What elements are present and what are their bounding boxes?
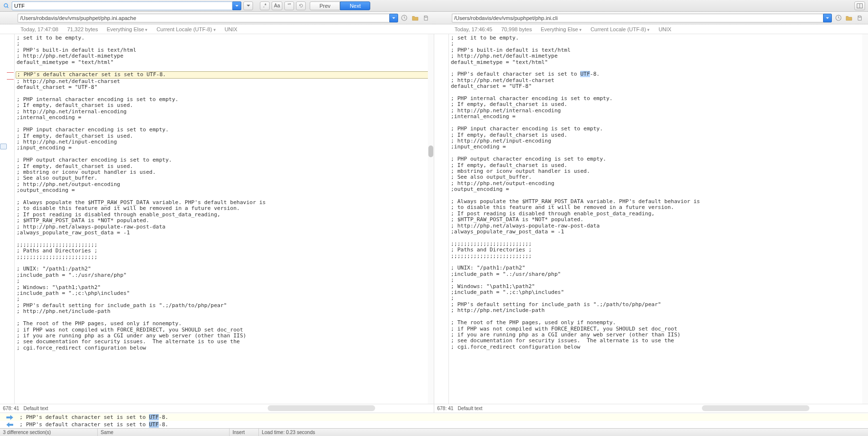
- refresh-button[interactable]: [296, 1, 306, 10]
- right-filter-dropdown[interactable]: Everything Else: [541, 26, 582, 32]
- left-recent-icon[interactable]: [400, 14, 409, 22]
- diff-results-panel: ; PHP's default character set is set to …: [0, 413, 868, 428]
- prev-next-group: Prev Next: [310, 1, 370, 10]
- next-button[interactable]: Next: [340, 1, 370, 10]
- scrollbar-thumb[interactable]: [268, 405, 375, 411]
- right-horizontal-scrollbar[interactable]: [565, 404, 868, 413]
- right-recent-icon[interactable]: [834, 14, 843, 22]
- diff-marker: [7, 79, 14, 80]
- right-code-editor[interactable]: ; set it to be empty. ; ; PHP's built-in…: [449, 34, 868, 404]
- search-input[interactable]: [12, 1, 233, 10]
- diff-marker: [7, 72, 14, 73]
- svg-line-1: [7, 6, 9, 8]
- status-same: Same: [98, 429, 230, 436]
- right-vertical-scrollbar[interactable]: [862, 34, 868, 404]
- left-info: Today, 17:47:08 71,322 bytes Everything …: [0, 24, 434, 34]
- left-horizontal-scrollbar[interactable]: [131, 404, 434, 413]
- diff-right-arrow-icon: [0, 415, 20, 420]
- paths-row: [0, 12, 868, 24]
- prev-button[interactable]: Prev: [310, 1, 340, 10]
- hscroll-row: 678: 41 Default text 678: 41 Default tex…: [0, 404, 868, 413]
- svg-point-0: [4, 3, 8, 7]
- status-load-time: Load time: 0.23 seconds: [259, 429, 868, 436]
- right-grammar-label[interactable]: Default text: [458, 404, 565, 413]
- right-browse-icon[interactable]: [845, 14, 853, 22]
- diff-line-text: ; PHP's default character set is set to …: [20, 414, 169, 421]
- diff-result-row[interactable]: ; PHP's default character set is set to …: [0, 421, 868, 428]
- right-encoding-dropdown[interactable]: Current Locale (UTF-8): [591, 26, 650, 32]
- left-path-dropdown[interactable]: [389, 14, 398, 22]
- left-code-editor[interactable]: ; set it to be empty. ; ; PHP's built-in…: [15, 34, 434, 404]
- left-path-input[interactable]: [18, 14, 389, 22]
- info-row: Today, 17:47:08 71,322 bytes Everything …: [0, 24, 868, 34]
- editor-region: ; set it to be empty. ; ; PHP's built-in…: [0, 34, 868, 404]
- right-save-icon[interactable]: [855, 14, 864, 22]
- status-insert: Insert: [230, 429, 259, 436]
- svg-rect-5: [425, 16, 427, 17]
- right-gutter[interactable]: [434, 34, 449, 404]
- split-toggle-button[interactable]: [854, 1, 865, 10]
- left-address-bar: [0, 14, 434, 22]
- search-field-wrap: [12, 1, 241, 10]
- left-save-icon[interactable]: [422, 14, 430, 22]
- word-toggle-button[interactable]: “”: [284, 1, 294, 10]
- search-dropdown-button[interactable]: [233, 1, 241, 10]
- status-diff-count: 3 difference section(s): [0, 429, 98, 436]
- scrollbar-thumb[interactable]: [428, 145, 433, 157]
- left-filter-dropdown[interactable]: Everything Else: [106, 26, 148, 32]
- right-line-endings[interactable]: UNIX: [658, 26, 671, 32]
- left-grammar-label[interactable]: Default text: [23, 404, 131, 413]
- diff-line-text: ; PHP's default character set is set to …: [20, 421, 169, 428]
- scrollbar-thumb[interactable]: [702, 405, 809, 411]
- search-bar: .* Aa “” Prev Next: [0, 0, 868, 12]
- right-time: Today, 17:46:45: [455, 26, 492, 32]
- right-bytes: 70,998 bytes: [501, 26, 532, 32]
- right-address-bar: [434, 14, 868, 22]
- left-encoding-dropdown[interactable]: Current Locale (UTF-8): [156, 26, 215, 32]
- case-toggle-button[interactable]: Aa: [272, 1, 282, 10]
- left-browse-icon[interactable]: [411, 14, 420, 22]
- left-bytes: 71,322 bytes: [67, 26, 98, 32]
- right-cursor-pos: 678: 41: [434, 404, 458, 413]
- left-cursor-pos: 678: 41: [0, 404, 23, 413]
- right-path-input[interactable]: [452, 14, 824, 22]
- left-pane: ; set it to be empty. ; ; PHP's built-in…: [0, 34, 434, 404]
- status-bar: 3 difference section(s) Same Insert Load…: [0, 428, 868, 436]
- diff-left-arrow-icon: [0, 422, 20, 427]
- search-history-button[interactable]: [243, 1, 253, 10]
- search-icon: [3, 2, 10, 9]
- fold-marker-icon[interactable]: [0, 144, 7, 149]
- right-pane: ; set it to be empty. ; ; PHP's built-in…: [434, 34, 868, 404]
- left-vertical-scrollbar[interactable]: [428, 34, 434, 404]
- left-time: Today, 17:47:08: [21, 26, 58, 32]
- svg-rect-7: [859, 16, 861, 17]
- diff-result-row[interactable]: ; PHP's default character set is set to …: [0, 414, 868, 421]
- regex-toggle-button[interactable]: .*: [260, 1, 270, 10]
- right-info: Today, 17:46:45 70,998 bytes Everything …: [434, 24, 868, 34]
- right-path-dropdown[interactable]: [823, 14, 832, 22]
- left-line-endings[interactable]: UNIX: [225, 26, 237, 32]
- left-gutter[interactable]: [0, 34, 15, 404]
